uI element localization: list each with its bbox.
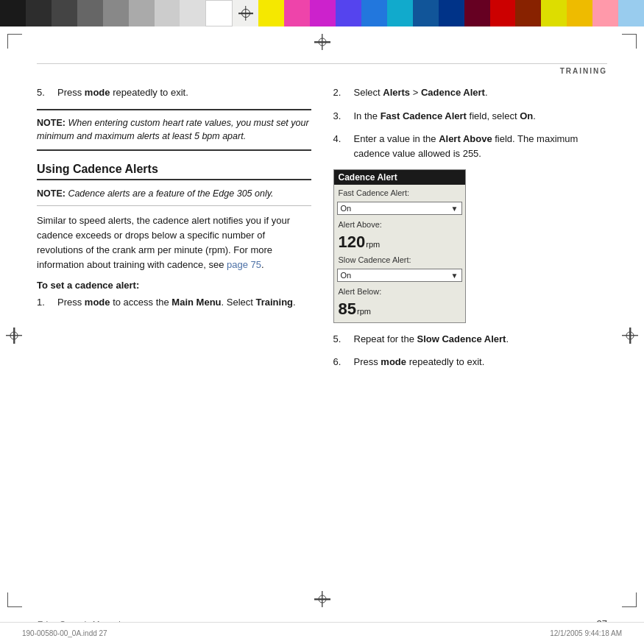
sub-heading-set-alert: To set a cadence alert: bbox=[37, 280, 311, 291]
page-header: Training bbox=[37, 63, 607, 75]
screen-fast-cadence-dropdown[interactable]: On ▼ bbox=[337, 202, 462, 215]
screen-alert-below-value-row: 85 rpm bbox=[334, 300, 465, 322]
section-title-cadence: Using Cadence Alerts bbox=[37, 163, 311, 180]
step-6-number: 6. bbox=[333, 355, 348, 369]
crosshair-right bbox=[622, 328, 638, 344]
section-note-text: Cadence alerts are a feature of the Edge… bbox=[68, 188, 273, 199]
color-segment-yellow2 bbox=[541, 0, 567, 26]
section-note-label: NOTE: bbox=[37, 188, 66, 199]
color-segment-brown bbox=[515, 0, 541, 26]
screen-alert-below-label: Alert Below: bbox=[334, 283, 465, 299]
color-segment-5 bbox=[103, 0, 129, 26]
step-2: 2. Select Alerts > Cadence Alert. bbox=[333, 85, 608, 100]
note-label: NOTE: bbox=[37, 118, 66, 128]
step-4: 4. Enter a value in the Alert Above fiel… bbox=[333, 132, 608, 160]
screen-alert-above-unit: rpm bbox=[366, 240, 380, 249]
color-segment-blue3 bbox=[387, 0, 413, 26]
screen-alert-above-value-row: 120 rpm bbox=[334, 233, 465, 252]
color-segment-crosshair bbox=[233, 0, 258, 26]
color-segment-8 bbox=[180, 0, 205, 26]
color-segment-navy1 bbox=[413, 0, 439, 26]
step-1-text: Press mode to access the Main Menu. Sele… bbox=[57, 295, 311, 310]
device-screen: Cadence Alert Fast Cadence Alert: On ▼ A… bbox=[333, 169, 466, 323]
color-segment-navy2 bbox=[439, 0, 464, 26]
step-6-text: Press mode repeatedly to exit. bbox=[354, 355, 608, 369]
screen-alert-below-value: 85 bbox=[339, 300, 356, 318]
color-segment-blue1 bbox=[336, 0, 361, 26]
dropdown-arrow-1: ▼ bbox=[451, 205, 459, 213]
corner-mark-tl bbox=[7, 34, 22, 49]
screen-title: Cadence Alert bbox=[334, 170, 465, 185]
screen-alert-above-label: Alert Above: bbox=[334, 216, 465, 232]
step-5-right-text: Repeat for the Slow Cadence Alert. bbox=[354, 332, 608, 347]
color-segment-pink bbox=[284, 0, 310, 26]
crosshair-top bbox=[314, 34, 330, 50]
left-column: 5. Press mode repeatedly to exit. NOTE: … bbox=[37, 85, 311, 378]
color-segment-blue2 bbox=[361, 0, 387, 26]
color-segment-gold bbox=[567, 0, 592, 26]
section-note: NOTE: Cadence alerts are a feature of th… bbox=[37, 183, 311, 206]
screen-fast-cadence-label: Fast Cadence Alert: bbox=[334, 185, 465, 200]
page-link[interactable]: page 75 bbox=[227, 259, 261, 270]
color-segment-magenta bbox=[310, 0, 336, 26]
step-3-text: In the Fast Cadence Alert field, select … bbox=[354, 109, 608, 124]
color-segment-lightblue bbox=[618, 0, 644, 26]
step-6: 6. Press mode repeatedly to exit. bbox=[333, 355, 608, 369]
page: Training 5. Press mode repeatedly to exi… bbox=[0, 26, 644, 644]
dropdown-arrow-2: ▼ bbox=[451, 272, 459, 280]
color-segment-4 bbox=[77, 0, 103, 26]
step-5-left: 5. Press mode repeatedly to exit. bbox=[37, 85, 311, 100]
print-info-left: 190-00580-00_0A.indd 27 bbox=[22, 629, 107, 637]
color-bar bbox=[0, 0, 644, 26]
two-column-layout: 5. Press mode repeatedly to exit. NOTE: … bbox=[37, 85, 607, 378]
right-column: 2. Select Alerts > Cadence Alert. 3. In … bbox=[333, 85, 608, 378]
crosshair-left bbox=[6, 328, 22, 344]
step-1-number: 1. bbox=[37, 295, 52, 310]
step-3: 3. In the Fast Cadence Alert field, sele… bbox=[333, 109, 608, 124]
color-segment-9 bbox=[205, 0, 233, 26]
corner-mark-bl bbox=[7, 592, 22, 607]
screen-fast-cadence-value: On bbox=[341, 204, 352, 213]
step-2-number: 2. bbox=[333, 85, 348, 100]
step-2-text: Select Alerts > Cadence Alert. bbox=[354, 85, 608, 100]
screen-alert-above-value: 120 bbox=[339, 233, 366, 251]
screen-slow-cadence-label: Slow Cadence Alert: bbox=[334, 252, 465, 267]
color-segment-yellow bbox=[258, 0, 284, 26]
corner-mark-br bbox=[622, 592, 637, 607]
body-text-cadence: Similar to speed alerts, the cadence ale… bbox=[37, 213, 311, 273]
content-area: Training 5. Press mode repeatedly to exi… bbox=[37, 63, 607, 600]
step-5-number: 5. bbox=[37, 85, 52, 100]
step-5-right: 5. Repeat for the Slow Cadence Alert. bbox=[333, 332, 608, 347]
color-segment-darkred bbox=[464, 0, 490, 26]
print-bar: 190-00580-00_0A.indd 27 12/1/2005 9:44:1… bbox=[0, 622, 644, 644]
corner-mark-tr bbox=[622, 34, 637, 49]
color-segment-2 bbox=[26, 0, 52, 26]
note-box: NOTE: When entering custom heart rate va… bbox=[37, 109, 311, 152]
step-4-number: 4. bbox=[333, 132, 348, 160]
note-text: When entering custom heart rate values, … bbox=[37, 118, 309, 142]
step-4-text: Enter a value in the Alert Above field. … bbox=[354, 132, 608, 160]
color-segment-lightpink bbox=[592, 0, 618, 26]
color-segment-3 bbox=[52, 0, 77, 26]
screen-alert-below-unit: rpm bbox=[357, 307, 371, 316]
step-5-text: Press mode repeatedly to exit. bbox=[57, 85, 311, 100]
print-info-right: 12/1/2005 9:44:18 AM bbox=[550, 629, 622, 637]
step-5-right-number: 5. bbox=[333, 332, 348, 347]
color-segment-7 bbox=[155, 0, 180, 26]
step-1: 1. Press mode to access the Main Menu. S… bbox=[37, 295, 311, 310]
color-segment-1 bbox=[0, 0, 26, 26]
color-segment-red bbox=[490, 0, 516, 26]
step-3-number: 3. bbox=[333, 109, 348, 124]
screen-slow-cadence-dropdown[interactable]: On ▼ bbox=[337, 269, 462, 282]
screen-slow-cadence-value: On bbox=[341, 271, 352, 280]
color-segment-6 bbox=[129, 0, 155, 26]
section-label: Training bbox=[560, 67, 607, 75]
